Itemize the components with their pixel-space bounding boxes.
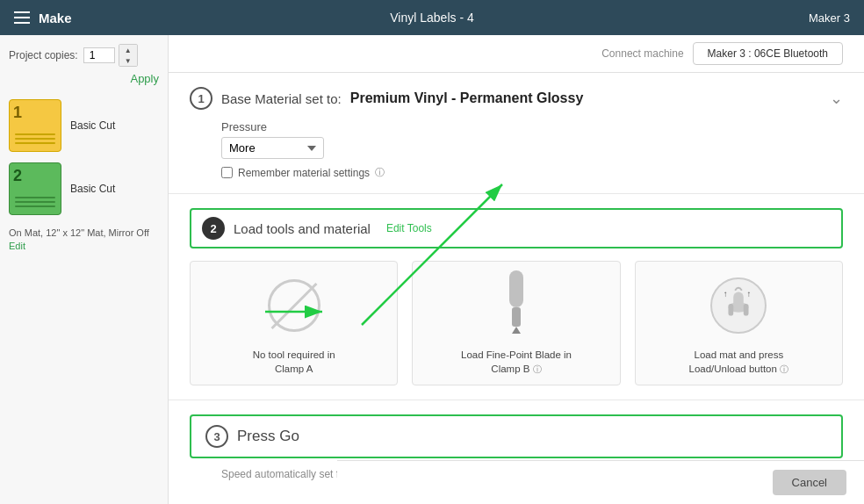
hamburger-icon[interactable]	[14, 11, 30, 24]
section2-title: Load tools and material	[234, 221, 371, 236]
pressure-select[interactable]: More Default Less High Pressure	[221, 137, 324, 159]
pressure-row: Pressure	[190, 120, 843, 133]
tool-card-label-2: Load Fine-Point Blade inClamp B ⓘ	[461, 348, 572, 376]
section-1: 1 Base Material set to: Premium Vinyl - …	[169, 73, 864, 194]
mat-item-1: 1 Basic Cut	[9, 94, 159, 157]
mat-label-1: Basic Cut	[70, 119, 115, 132]
apply-button[interactable]: Apply	[9, 72, 159, 85]
finger-svg: ↑ ↑	[721, 284, 756, 328]
machine-label-right: Maker 3	[809, 11, 850, 25]
mat-thumbnail-2: 2	[9, 162, 61, 215]
connect-label: Connect machine	[601, 47, 683, 60]
no-tool-icon	[259, 270, 329, 341]
no-tool-circle	[268, 279, 320, 332]
remember-label: Remember material settings	[238, 167, 370, 179]
svg-rect-4	[734, 292, 745, 309]
step-circle-2: 2	[202, 217, 225, 240]
mat-label-2: Basic Cut	[70, 183, 115, 195]
mat-num-1: 1	[13, 104, 22, 122]
svg-text:↑: ↑	[747, 289, 752, 299]
svg-text:↑: ↑	[724, 289, 728, 299]
mat-info: On Mat, 12" x 12" Mat, Mirror Off	[9, 226, 159, 241]
top-bar: Make Vinyl Labels - 4 Maker 3	[0, 0, 864, 35]
cancel-button[interactable]: Cancel	[773, 470, 846, 495]
section3-title: Press Go	[237, 428, 299, 445]
make-label: Make	[39, 11, 72, 25]
svg-rect-6	[744, 304, 749, 315]
tool-cards: No tool required inClamp A Load Fine-Poi…	[190, 261, 843, 385]
tool-card-1: No tool required inClamp A	[190, 261, 398, 385]
connect-machine-button[interactable]: Maker 3 : 06CE Bluetooth	[693, 42, 843, 65]
mat-press-circle: ↑ ↑	[710, 277, 767, 334]
tool-card-2: Load Fine-Point Blade inClamp B ⓘ	[412, 261, 620, 385]
step-circle-3: 3	[205, 425, 228, 448]
material-name: Premium Vinyl - Permanent Glossy	[350, 90, 584, 106]
copies-down[interactable]: ▼	[119, 55, 137, 66]
pressure-select-row: More Default Less High Pressure	[190, 137, 843, 159]
mat-thumbnail-1: 1	[9, 99, 61, 152]
svg-rect-0	[509, 270, 523, 307]
content-area: Connect machine Maker 3 : 06CE Bluetooth…	[169, 35, 864, 504]
main-layout: Project copies: ▲ ▼ Apply 1 Basic Cut	[0, 35, 864, 504]
svg-rect-5	[729, 304, 734, 315]
pressure-label: Pressure	[221, 120, 267, 133]
project-copies-row: Project copies: ▲ ▼	[9, 44, 159, 67]
page-title: Vinyl Labels - 4	[390, 11, 473, 25]
remember-checkbox[interactable]	[221, 167, 233, 178]
section-1-header: 1 Base Material set to: Premium Vinyl - …	[190, 87, 843, 110]
tool-card-3: ↑ ↑ Load mat and pressLoad/Unload button…	[635, 261, 843, 385]
info-icon[interactable]: ⓘ	[375, 166, 385, 179]
mat-num-2: 2	[13, 167, 22, 185]
mat-press-icon: ↑ ↑	[703, 270, 774, 341]
sidebar: Project copies: ▲ ▼ Apply 1 Basic Cut	[0, 35, 169, 504]
section-2: 2 Load tools and material Edit Tools No …	[169, 194, 864, 400]
bottom-bar: Cancel	[337, 460, 864, 504]
remember-row: Remember material settings ⓘ	[190, 166, 843, 179]
tool-card-label-1: No tool required inClamp A	[253, 348, 335, 376]
blade-svg	[500, 270, 532, 341]
section1-prefix: Base Material set to:	[221, 91, 342, 106]
copies-up[interactable]: ▲	[119, 45, 137, 55]
mat-edit-link[interactable]: Edit	[9, 241, 159, 251]
edit-tools-link[interactable]: Edit Tools	[386, 222, 432, 234]
section-3-header: 3 Press Go	[190, 414, 843, 458]
tool-card-label-3: Load mat and pressLoad/Unload button ⓘ	[689, 348, 789, 376]
mat-item-2: 2 Basic Cut	[9, 157, 159, 220]
svg-marker-2	[512, 327, 521, 334]
blade-icon	[481, 270, 551, 341]
copies-stepper[interactable]: ▲ ▼	[119, 44, 138, 67]
project-copies-label: Project copies:	[9, 49, 78, 61]
svg-rect-1	[512, 307, 521, 327]
connect-bar: Connect machine Maker 3 : 06CE Bluetooth	[169, 35, 864, 73]
section-2-header: 2 Load tools and material Edit Tools	[190, 208, 843, 248]
chevron-down-icon[interactable]: ⌄	[830, 89, 843, 108]
step-circle-1: 1	[190, 87, 212, 110]
copies-input[interactable]	[83, 47, 115, 63]
